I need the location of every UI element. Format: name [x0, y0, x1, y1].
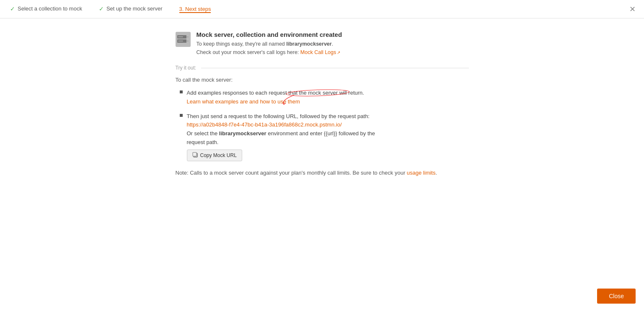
to-call-label: To call the mock server:	[176, 77, 469, 83]
mock-url-link[interactable]: https://a02b4848-f7e4-47bc-b41a-3a196fa8…	[187, 121, 342, 128]
server-header: Mock server, collection and environment …	[176, 31, 469, 57]
svg-rect-7	[193, 152, 197, 156]
divider-line	[201, 68, 468, 68]
copy-icon	[192, 152, 198, 159]
logs-prefix: Check out your mock server's call logs h…	[197, 49, 300, 55]
examples-link[interactable]: Learn what examples are and how to use t…	[187, 98, 300, 105]
note-text-after: .	[435, 170, 437, 176]
instruction-list: Add examples responses to each request t…	[176, 89, 469, 161]
bullet-2-content: Then just send a request to the followin…	[187, 112, 375, 161]
header-close-button[interactable]: ✕	[629, 5, 636, 14]
try-it-out-section: Try it out:	[176, 65, 469, 71]
list-item-1: Add examples responses to each request t…	[180, 89, 469, 106]
footer-close-button[interactable]: Close	[597, 289, 636, 304]
server-subtitle: To keep things easy, they're all named l…	[197, 40, 342, 57]
server-info: Mock server, collection and environment …	[197, 31, 342, 57]
bullet-2-env-before: Or select the	[187, 130, 219, 137]
step-2-label: Set up the mock server	[106, 5, 163, 12]
bullet-1-icon	[180, 90, 183, 93]
env-name-bold: librarymockserver	[219, 130, 266, 137]
bullet-2-env-after: environment and enter {{url}} followed b…	[266, 130, 375, 137]
svg-rect-5	[178, 41, 183, 41]
list-item-2: Then just send a request to the followin…	[180, 112, 469, 161]
bullet-1-text: Add examples responses to each request t…	[187, 90, 364, 96]
step-1-label: Select a collection to mock	[18, 5, 82, 12]
step-2: ✓ Set up the mock server	[99, 5, 163, 13]
stepper: ✓ Select a collection to mock ✓ Set up t…	[0, 0, 644, 18]
check-icon-1: ✓	[10, 5, 15, 12]
bullet-2-icon	[180, 114, 183, 117]
try-it-out-label: Try it out:	[176, 65, 197, 71]
try-section: To call the mock server: Add examples re…	[176, 77, 469, 178]
step-3-label: 3. Next steps	[179, 6, 211, 12]
step-1: ✓ Select a collection to mock	[10, 5, 82, 13]
server-icon	[176, 32, 191, 47]
external-link-icon: ↗	[337, 50, 340, 55]
main-content: Mock server, collection and environment …	[176, 18, 469, 190]
step-3: 3. Next steps	[179, 6, 211, 13]
note-text-before: Note: Calls to a mock server count again…	[176, 170, 407, 176]
copy-mock-url-button[interactable]: Copy Mock URL	[187, 150, 242, 161]
bullet-2-line2: request path.	[187, 139, 219, 145]
bullet-1-content: Add examples responses to each request t…	[187, 89, 364, 106]
subtitle-text-1: To keep things easy, they're all named	[197, 41, 287, 47]
svg-point-3	[187, 40, 189, 42]
check-icon-2: ✓	[99, 5, 104, 12]
server-name-inline: librarymockserver	[286, 41, 331, 47]
server-title: Mock server, collection and environment …	[197, 31, 342, 38]
bullet-2-text-before: Then just send a request to the followin…	[187, 113, 370, 119]
copy-mock-url-label: Copy Mock URL	[200, 152, 237, 158]
svg-point-2	[187, 36, 189, 38]
svg-rect-4	[178, 36, 183, 37]
usage-limits-link[interactable]: usage limits	[407, 170, 436, 176]
mock-call-logs-link[interactable]: Mock Call Logs	[300, 49, 336, 55]
note-section: Note: Calls to a mock server count again…	[176, 169, 469, 178]
